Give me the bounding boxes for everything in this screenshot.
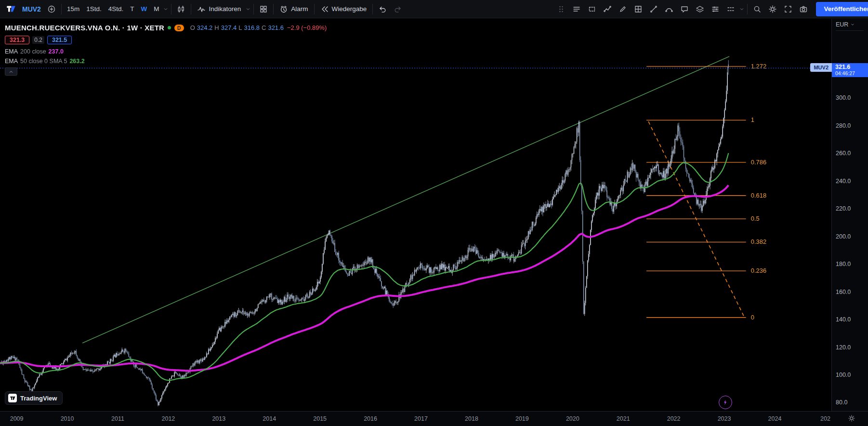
badge-symbol: MUV2 <box>810 63 832 72</box>
time-tick: 2014 <box>263 415 276 422</box>
time-tick: 2018 <box>465 415 478 422</box>
camera-snapshot-icon[interactable] <box>796 2 811 16</box>
indicator-row-ema200[interactable]: EMA 200 close 237.0 <box>5 48 327 55</box>
replay-button[interactable]: Wiedergabe <box>316 2 371 16</box>
callout-tool-icon[interactable] <box>677 2 692 16</box>
price-tick: 280.0 <box>836 122 851 129</box>
ema50-value: 263.2 <box>69 58 84 65</box>
last-price-badge[interactable]: MUV2 321.6 04:46:27 <box>810 63 868 77</box>
spread-value: 0.2 <box>32 36 44 44</box>
ask-price-button[interactable]: 321.5 <box>47 36 72 44</box>
tradingview-watermark[interactable]: TradingView <box>5 391 63 405</box>
interval-1h[interactable]: 1Std. <box>83 2 105 16</box>
sliders-icon[interactable] <box>708 2 723 16</box>
publish-button[interactable]: Veröffentlichen <box>816 2 868 16</box>
fullscreen-icon[interactable] <box>780 2 796 16</box>
arc-tool-icon[interactable] <box>661 2 677 16</box>
time-tick: 2023 <box>718 415 731 422</box>
price-tick: 260.0 <box>836 150 851 157</box>
price-tick: 240.0 <box>836 178 851 185</box>
interval-15m[interactable]: 15m <box>64 2 83 16</box>
brush-tool-icon[interactable] <box>615 2 631 16</box>
time-axis[interactable]: 2009201020112012201320142015201620172018… <box>0 411 868 426</box>
tradingview-logo-small-icon <box>8 394 17 402</box>
tradingview-app: MUV2 15m 1Std. 4Std. T W M Indikatoren <box>0 0 868 426</box>
compare-add-icon[interactable] <box>44 2 59 16</box>
interval-4h[interactable]: 4Std. <box>105 2 127 16</box>
top-toolbar: MUV2 15m 1Std. 4Std. T W M Indikatoren <box>0 0 868 18</box>
tradingview-logo-icon[interactable] <box>3 2 19 16</box>
bid-price-button[interactable]: 321.3 <box>5 36 29 44</box>
table-grid-tool-icon[interactable] <box>631 2 646 16</box>
currency-label[interactable]: EUR <box>836 21 848 28</box>
time-tick: 2020 <box>566 415 579 422</box>
delayed-data-badge[interactable]: D <box>174 25 184 31</box>
trendline-tool-icon[interactable] <box>646 2 661 16</box>
object-tree-icon[interactable] <box>569 2 584 16</box>
legend-collapse-button[interactable] <box>5 67 17 76</box>
alarm-button[interactable]: Alarm <box>276 2 312 16</box>
market-status-dot[interactable] <box>168 26 171 29</box>
time-tick: 2015 <box>313 415 327 422</box>
line-style-icon[interactable] <box>723 2 738 16</box>
indicators-icon <box>197 5 206 13</box>
time-tick: 2013 <box>212 415 225 422</box>
time-tick: 2009 <box>10 415 24 422</box>
marquee-rect-tool-icon[interactable] <box>584 2 600 16</box>
layers-icon[interactable] <box>692 2 708 16</box>
time-tick: 2011 <box>111 415 124 422</box>
price-change: −2.9 (−0.89%) <box>287 24 327 31</box>
search-icon[interactable] <box>750 2 765 16</box>
time-tick: 2012 <box>161 415 175 422</box>
price-axis[interactable]: EUR 300.0280.0260.0240.0220.0200.0180.01… <box>831 19 868 411</box>
axis-settings-gear-icon[interactable] <box>848 414 855 424</box>
chart-legend: MUENCH.RUECKVERS.VNA O.N. · 1W · XETR D … <box>5 24 327 76</box>
time-tick: 2022 <box>667 415 681 422</box>
interval-month[interactable]: M <box>150 2 162 16</box>
indicators-button[interactable]: Indikatoren <box>193 2 245 16</box>
indicator-templates-icon[interactable] <box>256 2 271 16</box>
price-tick: 180.0 <box>836 261 851 267</box>
toolbar-drag-grip-icon[interactable] <box>553 2 569 16</box>
symbol-title[interactable]: MUENCH.RUECKVERS.VNA O.N. · 1W · XETR <box>5 24 164 32</box>
price-tick: 100.0 <box>836 372 851 378</box>
price-tick: 160.0 <box>836 289 851 295</box>
line-style-caret-icon[interactable] <box>738 6 745 12</box>
lightning-bolt-icon[interactable] <box>719 396 732 409</box>
indicators-dropdown-caret-icon[interactable] <box>245 6 251 12</box>
chart-area: MUENCH.RUECKVERS.VNA O.N. · 1W · XETR D … <box>0 19 868 426</box>
chart-canvas[interactable] <box>0 19 831 411</box>
time-tick: 2016 <box>364 415 377 422</box>
time-tick: 2019 <box>515 415 529 422</box>
time-tick: 2010 <box>61 415 74 422</box>
badge-last-price: 321.6 <box>832 63 868 70</box>
time-tick: 2017 <box>414 415 428 422</box>
price-tick: 120.0 <box>836 344 851 351</box>
undo-icon[interactable] <box>375 2 390 16</box>
ohlc-values: O324.2 H327.4 L316.8 C321.6 −2.9 (−0.89%… <box>190 24 327 31</box>
interval-day[interactable]: T <box>127 2 137 16</box>
badge-countdown: 04:46:27 <box>832 70 868 77</box>
alarm-clock-icon <box>279 5 288 13</box>
chart-type-candles-icon[interactable] <box>173 2 189 16</box>
price-tick: 140.0 <box>836 316 851 323</box>
price-tick: 220.0 <box>836 205 851 212</box>
price-tick: 300.0 <box>836 94 851 101</box>
polyline-tool-icon[interactable] <box>600 2 615 16</box>
indicator-row-ema50[interactable]: EMA 50 close 0 SMA 5 263.2 <box>5 58 327 65</box>
interval-dropdown-caret-icon[interactable] <box>162 6 169 12</box>
ema200-value: 237.0 <box>49 48 64 55</box>
time-tick: 2021 <box>617 415 630 422</box>
price-tick: 80.0 <box>836 399 847 406</box>
interval-week[interactable]: W <box>137 2 150 16</box>
symbol-button[interactable]: MUV2 <box>19 2 44 16</box>
time-tick: 202 <box>820 415 830 422</box>
price-tick: 200.0 <box>836 233 851 240</box>
redo-icon[interactable] <box>390 2 406 16</box>
time-tick: 2024 <box>768 415 782 422</box>
replay-rewind-icon <box>320 5 329 13</box>
currency-caret-icon <box>850 22 855 27</box>
settings-gear-icon[interactable] <box>765 2 780 16</box>
watermark-label: TradingView <box>20 395 57 402</box>
